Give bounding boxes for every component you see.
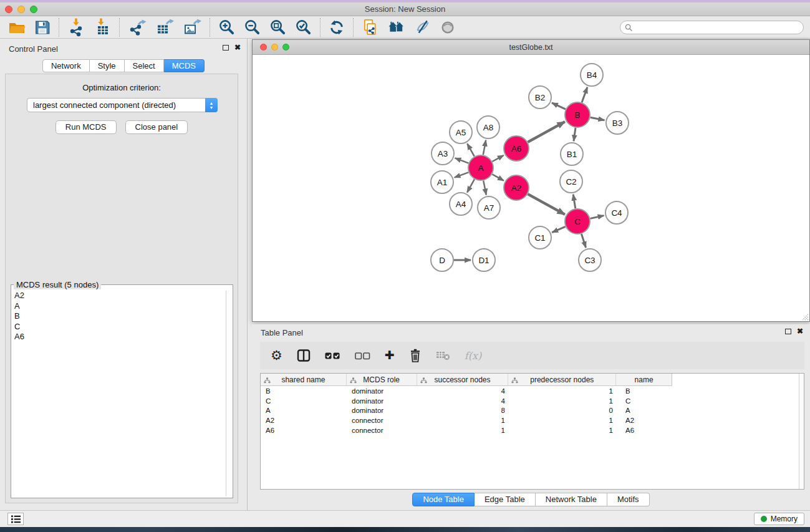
deselect-all-rows-button[interactable]	[355, 352, 370, 360]
graph-node-B[interactable]: B	[565, 102, 590, 127]
graph-edge-A-A2[interactable]	[492, 174, 504, 180]
close-panel-icon[interactable]: ✖	[234, 44, 241, 51]
table-row[interactable]: A6connector11A6	[261, 425, 804, 435]
export-image-button[interactable]	[183, 19, 201, 36]
tab-style[interactable]: Style	[90, 59, 125, 72]
mcds-result-item[interactable]: C	[12, 322, 225, 332]
graph-node-D[interactable]: D	[431, 249, 453, 271]
graph-node-A5[interactable]: A5	[450, 121, 472, 143]
float-panel-icon[interactable]	[223, 45, 229, 51]
graph-node-B4[interactable]: B4	[581, 64, 603, 86]
mcds-result-item[interactable]: A	[12, 301, 225, 312]
graph-node-B1[interactable]: B1	[561, 143, 583, 165]
close-panel-button[interactable]: Close panel	[125, 120, 188, 134]
save-session-button[interactable]	[34, 19, 51, 36]
network-close-button[interactable]	[260, 44, 267, 51]
graph-edge-A-A7[interactable]	[483, 181, 486, 195]
graph-node-A2[interactable]: A2	[504, 175, 529, 200]
table-options-button[interactable]: ⚙	[271, 349, 282, 362]
float-table-panel-icon[interactable]	[785, 329, 791, 334]
network-minimize-button[interactable]	[271, 44, 278, 51]
graph-node-B2[interactable]: B2	[529, 86, 551, 109]
graph-node-C2[interactable]: C2	[560, 170, 582, 193]
graph-edge-A-A1[interactable]	[455, 172, 469, 177]
show-graphics-details-button[interactable]	[414, 19, 431, 36]
column-header-predecessor-nodes[interactable]: predecessor nodes	[508, 374, 616, 386]
graph-node-B3[interactable]: B3	[606, 112, 629, 134]
graph-node-C1[interactable]: C1	[529, 226, 551, 249]
new-network-from-selection-button[interactable]	[362, 19, 378, 36]
graph-node-D1[interactable]: D1	[473, 249, 495, 271]
graph-node-A6[interactable]: A6	[504, 136, 529, 161]
graph-edge-A-A3[interactable]	[455, 158, 469, 163]
delete-row-button[interactable]	[409, 349, 422, 362]
graph-node-A3[interactable]: A3	[432, 142, 454, 165]
graph-edge-A-A5[interactable]	[467, 143, 474, 156]
tab-mcds[interactable]: MCDS	[164, 59, 205, 72]
graph-edge-A-A6[interactable]	[492, 155, 503, 162]
tab-select[interactable]: Select	[125, 59, 164, 72]
graph-node-A4[interactable]: A4	[450, 193, 472, 215]
zoom-out-button[interactable]	[244, 19, 261, 36]
table-row[interactable]: Adominator80A	[261, 405, 804, 415]
table-row[interactable]: Bdominator41B	[261, 386, 804, 396]
minimize-window-button[interactable]	[17, 6, 25, 13]
graph-node-A[interactable]: A	[468, 155, 493, 180]
column-header-name[interactable]: name	[616, 374, 672, 386]
graph-node-A7[interactable]: A7	[478, 196, 500, 219]
graph-node-A1[interactable]: A1	[431, 171, 453, 193]
network-zoom-button[interactable]	[282, 44, 289, 51]
tab-motifs[interactable]: Motifs	[607, 493, 650, 506]
import-network-button[interactable]	[67, 18, 85, 37]
show-columns-button[interactable]	[297, 349, 311, 362]
close-table-panel-icon[interactable]: ✖	[797, 328, 803, 334]
select-all-rows-button[interactable]	[325, 352, 340, 360]
search-field[interactable]	[620, 21, 804, 34]
mcds-result-item[interactable]: A2	[12, 291, 225, 301]
table-row[interactable]: Cdominator41C	[261, 396, 804, 406]
tab-network[interactable]: Network	[42, 59, 90, 72]
graph-edge-B-B4[interactable]	[582, 87, 587, 102]
graph-edge-A-A8[interactable]	[483, 140, 486, 155]
mcds-result-scrollbar[interactable]	[226, 291, 231, 496]
task-history-button[interactable]	[7, 513, 24, 525]
graph-node-C4[interactable]: C4	[605, 201, 628, 224]
column-header-successor-nodes[interactable]: successor nodes	[417, 374, 509, 386]
column-header-shared-name[interactable]: shared name	[261, 374, 347, 386]
graph-edge-A6-B[interactable]	[528, 122, 565, 142]
bird-eye-view-button[interactable]	[440, 19, 456, 36]
graph-edge-A-A4[interactable]	[467, 179, 475, 192]
network-window-titlebar[interactable]: testGlobe.txt	[253, 40, 809, 55]
memory-button[interactable]: Memory	[754, 513, 804, 525]
first-neighbors-button[interactable]	[387, 19, 405, 35]
resize-grip-icon[interactable]	[801, 313, 809, 321]
graph-node-C3[interactable]: C3	[579, 249, 601, 271]
graph-edge-C-C2[interactable]	[573, 195, 576, 209]
table-scrollbar[interactable]	[799, 374, 804, 489]
export-network-button[interactable]	[128, 19, 147, 36]
run-mcds-button[interactable]: Run MCDS	[55, 120, 117, 134]
network-canvas[interactable]: B4B2BB3A8A5A6A3B1AA1C2A2A4A7C4CC1C3DD1	[253, 55, 809, 321]
graph-edge-B-B2[interactable]	[552, 103, 566, 109]
tab-network-table[interactable]: Network Table	[536, 493, 607, 506]
close-window-button[interactable]	[5, 6, 12, 13]
graph-edge-C-C4[interactable]	[591, 216, 604, 219]
apply-layout-button[interactable]	[329, 19, 345, 36]
export-table-button[interactable]	[155, 19, 174, 36]
search-input[interactable]	[633, 22, 803, 33]
open-session-button[interactable]	[8, 19, 26, 36]
graph-edge-A2-C[interactable]	[528, 194, 565, 215]
graph-edge-C-C1[interactable]	[552, 226, 565, 232]
zoom-window-button[interactable]	[30, 6, 37, 13]
tab-node-table[interactable]: Node Table	[412, 493, 475, 506]
criterion-select[interactable]: largest connected component (directed) ▲…	[27, 98, 218, 112]
graph-edge-B-B3[interactable]	[591, 117, 605, 120]
graph-edge-B-B1[interactable]	[574, 128, 576, 141]
add-row-button[interactable]: ✚	[385, 349, 395, 362]
zoom-in-button[interactable]	[218, 19, 235, 36]
column-header-mcds-role[interactable]: MCDS role	[347, 374, 417, 386]
mcds-result-item[interactable]: A6	[12, 332, 225, 342]
tab-edge-table[interactable]: Edge Table	[475, 493, 536, 506]
zoom-selected-button[interactable]	[295, 19, 312, 36]
table-row[interactable]: A2connector11A2	[261, 415, 804, 425]
